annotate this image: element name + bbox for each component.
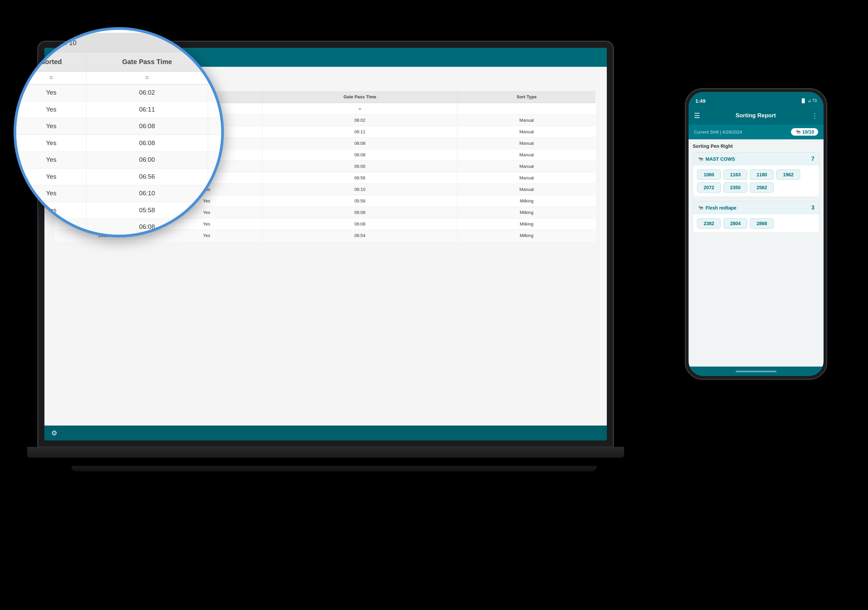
mag-table-row: Yes06:10Manual: [16, 185, 221, 202]
pen-label: Sorting Pen Right: [693, 144, 820, 149]
group-title-mast-cows: 🐄 MAST COWS: [698, 156, 735, 162]
mag-table-row: Yes06:02Manual: [16, 84, 221, 101]
mag-table-row: Yes06:08Manual: [16, 135, 221, 152]
tag-1163[interactable]: 1163: [724, 170, 747, 180]
group-cow-icon: 🐄: [698, 156, 704, 162]
mag-table-row: Yes06:00Manual: [16, 152, 221, 169]
count-badge-cow: 🐄: [795, 129, 801, 135]
phone: 1:49 ▐▌ ⊿ 73 ☰ Sorting Report ⋮ Current …: [685, 88, 827, 380]
mag-out-of: out of 10: [51, 39, 77, 47]
mag-table-row: 06:08Milking: [16, 219, 221, 235]
count-badge-value: 10/10: [802, 129, 814, 135]
phone-subbar: Current Shift | 4/29/2024 🐄 10/10: [688, 124, 823, 139]
phone-group-flesh-redtape: 🐄 Flesh redtape 3 2382 2804 2868: [693, 201, 820, 233]
tag-1060[interactable]: 1060: [697, 170, 721, 180]
more-icon[interactable]: ⋮: [811, 111, 818, 120]
mag-col-gate: Gate Pass Time: [87, 53, 208, 71]
mag-filter-row: ==: [16, 71, 221, 85]
phone-title: Sorting Report: [736, 112, 776, 119]
tag-2804[interactable]: 2804: [724, 218, 747, 229]
tag-grid-mast-cows: 1060 1163 1180 1962 2072 2350 2562: [693, 166, 819, 197]
phone-screen: 1:49 ▐▌ ⊿ 73 ☰ Sorting Report ⋮ Current …: [688, 92, 823, 376]
mag-table-row: Yes06:08Manual: [16, 118, 221, 135]
group-header-flesh-redtape: 🐄 Flesh redtape 3: [693, 201, 819, 214]
tag-2350[interactable]: 2350: [724, 183, 747, 193]
shift-label: Current Shift | 4/29/2024: [694, 130, 742, 135]
group-count-mast-cows: 7: [811, 156, 814, 162]
magnifier-inner: 10 🐄 out of 10 Sorted Gate Pass Time: [16, 30, 221, 235]
laptop-foot: [71, 466, 597, 471]
phone-group-mast-cows: 🐄 MAST COWS 7 1060 1163 1180 1962 2072 2…: [693, 152, 820, 197]
scene: Sorting Report Sorting Report | 10 🐄 out…: [0, 0, 868, 610]
mag-table-row: Yes06:56Manual: [16, 169, 221, 186]
phone-signal-icons: ▐▌ ⊿ 73: [800, 98, 817, 103]
wifi-icon: ⊿: [808, 98, 811, 103]
tag-2382[interactable]: 2382: [697, 218, 721, 229]
tag-2868[interactable]: 2868: [750, 218, 774, 229]
group-title-flesh-redtape: 🐄 Flesh redtape: [698, 205, 736, 211]
mag-table-row: Yes05:58Milking: [16, 202, 221, 219]
gear-icon[interactable]: ⚙: [51, 429, 57, 437]
mag-col-sorted: Sorted: [16, 53, 87, 71]
home-indicator: [688, 367, 823, 376]
mag-count-label: 10: [24, 37, 36, 49]
hamburger-icon[interactable]: ☰: [694, 111, 700, 120]
mag-header: 10 🐄 out of 10: [16, 33, 221, 53]
group-cow-icon-2: 🐄: [698, 205, 704, 211]
laptop-bottom: [27, 447, 624, 458]
tag-2562[interactable]: 2562: [750, 183, 774, 193]
mag-table-row: Yes06:11Manual: [16, 101, 221, 118]
mag-header-row: Sorted Gate Pass Time: [16, 53, 221, 71]
battery-level: 73: [812, 98, 817, 103]
phone-statusbar: 1:49 ▐▌ ⊿ 73: [688, 92, 823, 107]
tag-1180[interactable]: 1180: [750, 170, 774, 180]
tag-1962[interactable]: 1962: [777, 170, 800, 180]
tag-2072[interactable]: 2072: [697, 183, 721, 193]
group-header-mast-cows: 🐄 MAST COWS 7: [693, 153, 819, 166]
signal-bars: ▐▌: [800, 98, 806, 103]
phone-time: 1:49: [695, 98, 705, 104]
group-name-flesh: Flesh redtape: [705, 205, 736, 211]
home-bar: [736, 371, 777, 372]
phone-body: Sorting Pen Right 🐄 MAST COWS 7 1060 116…: [688, 139, 823, 367]
laptop-statusbar: ⚙: [45, 426, 607, 440]
count-badge: 🐄 10/10: [791, 128, 818, 136]
col-sort-type: Sort Type: [457, 91, 596, 103]
magnifier-circle: 10 🐄 out of 10 Sorted Gate Pass Time: [14, 27, 224, 237]
tag-grid-flesh: 2382 2804 2868: [693, 214, 819, 232]
col-gate-pass: Gate Pass Time: [262, 91, 457, 103]
group-name-mast-cows: MAST COWS: [705, 156, 735, 162]
group-count-flesh: 3: [811, 205, 814, 211]
filter-gate[interactable]: =: [262, 103, 457, 115]
filter-type[interactable]: [457, 103, 596, 115]
magnifier-content: 10 🐄 out of 10 Sorted Gate Pass Time: [16, 30, 221, 235]
magnifier-table: Sorted Gate Pass Time == Yes06:02Manual …: [16, 53, 221, 235]
phone-topbar: ☰ Sorting Report ⋮: [688, 107, 823, 124]
mag-cow: 🐄: [39, 39, 48, 47]
mag-col-type: [208, 53, 221, 71]
